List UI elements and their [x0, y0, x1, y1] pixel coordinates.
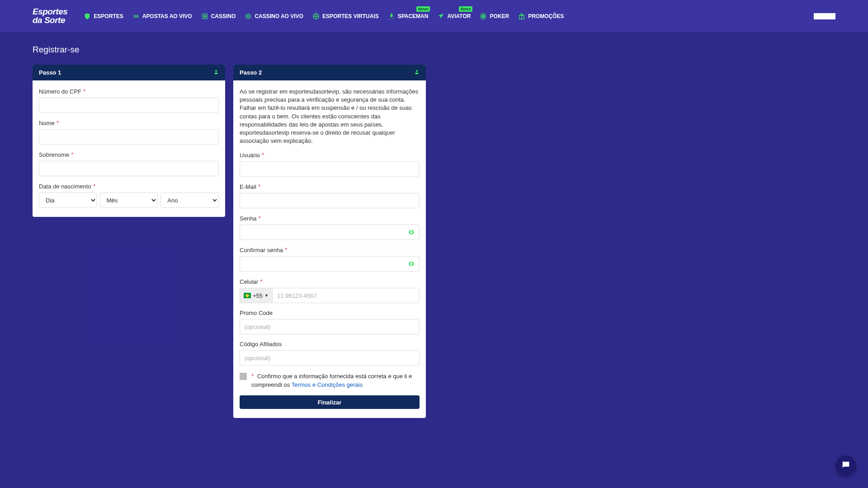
brand-line2: da Sorte [33, 16, 67, 24]
confirmar-input[interactable] [240, 256, 420, 272]
main-nav: ESPORTES APOSTAS AO VIVO CASSINO CASSINO… [84, 13, 564, 20]
nav-item-cassino[interactable]: CASSINO [201, 13, 236, 20]
eye-icon[interactable] [408, 260, 415, 267]
rocket-icon [388, 13, 395, 20]
cpf-input[interactable] [39, 98, 219, 113]
promo-input[interactable] [240, 319, 420, 334]
confirmar-label: Confirmar senha [240, 247, 283, 253]
left-placeholder-box [89, 250, 176, 341]
svg-point-2 [204, 15, 206, 17]
header: Esportes da Sorte ESPORTES APOSTAS AO VI… [0, 0, 868, 32]
shield-icon [84, 13, 91, 20]
required-icon: * [71, 151, 73, 158]
cpf-label: Número do CPF [39, 88, 81, 95]
svg-point-4 [247, 15, 249, 17]
chevron-down-icon: ▼ [264, 293, 269, 298]
terms-link[interactable]: Termos e Condições gerais [292, 381, 363, 388]
email-input[interactable] [240, 193, 420, 208]
required-icon: * [260, 278, 262, 285]
chip-icon [245, 13, 252, 20]
submit-button[interactable]: Finalizar [240, 395, 420, 409]
promo-label: Promo Code [240, 310, 273, 316]
svg-point-10 [416, 70, 418, 72]
dob-month-select[interactable]: Mês [100, 192, 158, 208]
required-icon: * [258, 183, 260, 190]
right-placeholder [434, 65, 619, 418]
cpf-field: Número do CPF* [39, 88, 219, 113]
dob-label: Data de nascimento [39, 183, 91, 190]
chat-fab[interactable] [835, 455, 856, 476]
page-title: Registrar-se [33, 45, 835, 55]
step1-card: Passo 1 Número do CPF* Nome* S [33, 65, 225, 217]
dob-year-select[interactable]: Ano [160, 192, 219, 208]
nav-label: PROMOÇÕES [528, 13, 564, 19]
nome-label: Nome [39, 120, 55, 127]
celular-input[interactable] [272, 288, 420, 303]
senha-field: Senha* [240, 215, 420, 240]
step1-header: Passo 1 [33, 65, 225, 80]
nav-item-esportes[interactable]: ESPORTES [84, 13, 123, 20]
flag-brazil-icon [244, 293, 251, 298]
sobrenome-input[interactable] [39, 161, 219, 176]
nav-label: CASSINO [211, 13, 236, 19]
nav-item-apostas-ao-vivo[interactable]: APOSTAS AO VIVO [132, 13, 192, 20]
nome-field: Nome* [39, 119, 219, 145]
celular-label: Celular [240, 278, 258, 285]
eye-icon[interactable] [408, 229, 415, 236]
celular-field: Celular* +55 ▼ [240, 278, 420, 303]
step2-card: Passo 2 Ao se registrar em esportesdasor… [233, 65, 426, 418]
usuario-input[interactable] [240, 161, 420, 177]
required-icon: * [262, 151, 264, 159]
required-icon: * [93, 183, 95, 190]
sobrenome-field: Sobrenome* [39, 151, 219, 176]
phone-prefix-selector[interactable]: +55 ▼ [240, 288, 272, 303]
nav-item-promocoes[interactable]: PROMOÇÕES [518, 13, 564, 20]
nav-item-cassino-ao-vivo[interactable]: CASSINO AO VIVO [245, 13, 303, 20]
svg-point-0 [135, 15, 137, 17]
nav-label: SPACEMAN [398, 13, 429, 19]
header-right-placeholder [814, 13, 835, 19]
nav-item-aviator[interactable]: AVIATOR Novo [437, 13, 471, 20]
phone-prefix-value: +55 [253, 292, 263, 299]
terms-text: * Confirmo que a informação fornecida es… [251, 372, 420, 389]
nav-label: ESPORTES [94, 13, 123, 19]
usuario-label: Usuário [240, 152, 260, 159]
dob-field: Data de nascimento* Dia Mês Ano [39, 183, 219, 208]
slot-icon [201, 13, 208, 20]
required-icon: * [259, 215, 261, 222]
live-icon [132, 13, 140, 20]
dob-day-select[interactable]: Dia [39, 192, 97, 208]
terms-checkbox[interactable] [240, 373, 247, 380]
nav-item-poker[interactable]: POKER [480, 13, 509, 20]
info-text: Ao se registrar em esportesdasortevip, s… [240, 88, 420, 145]
sobrenome-label: Sobrenome [39, 151, 69, 158]
nav-label: POKER [490, 13, 509, 19]
brand-logo[interactable]: Esportes da Sorte [33, 8, 67, 24]
virtual-icon [312, 13, 320, 20]
user-icon [213, 69, 219, 76]
nav-item-spaceman[interactable]: SPACEMAN Novo [388, 13, 429, 20]
poker-chip-icon [480, 13, 487, 20]
step2-header: Passo 2 [233, 65, 426, 80]
email-label: E-Mail [240, 183, 256, 190]
nome-input[interactable] [39, 129, 219, 145]
promo-field: Promo Code [240, 310, 420, 334]
step2-body: Ao se registrar em esportesdasortevip, s… [233, 80, 426, 418]
senha-label: Senha [240, 215, 257, 222]
senha-input[interactable] [240, 225, 420, 240]
user-icon [414, 69, 420, 76]
required-icon: * [57, 119, 59, 127]
afiliados-input[interactable] [240, 350, 420, 366]
badge-novo: Novo [459, 6, 473, 12]
step2-title: Passo 2 [240, 69, 262, 76]
afiliados-label: Código Afiliados [240, 341, 282, 347]
required-icon: * [285, 246, 287, 253]
svg-point-7 [482, 15, 485, 17]
svg-point-9 [215, 70, 217, 72]
nav-item-esportes-virtuais[interactable]: ESPORTES VIRTUAIS [312, 13, 379, 20]
required-icon: * [83, 88, 85, 95]
badge-novo: Novo [416, 6, 430, 12]
plane-icon [437, 13, 444, 20]
step1-body: Número do CPF* Nome* Sobrenome* Data de … [33, 80, 225, 217]
usuario-field: Usuário* [240, 151, 420, 177]
